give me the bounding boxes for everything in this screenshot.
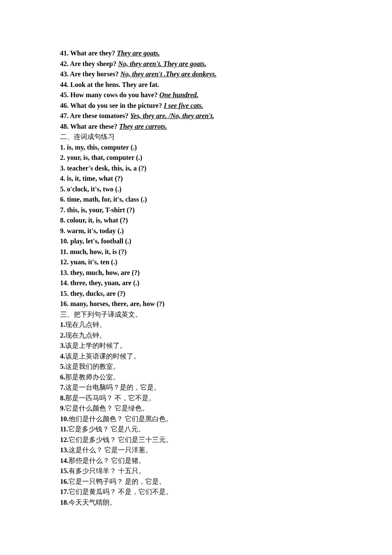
text-span: 他们是什么颜色？ 它们是黑白色。 [69, 415, 173, 422]
text-line: 二、连词成句练习 [60, 132, 341, 142]
text-span: They are carrots. [119, 123, 167, 130]
text-span: 现在九点钟。 [65, 332, 106, 339]
text-span: 18. [60, 499, 69, 506]
text-span: 它们是黄瓜吗？ 不是，它们不是。 [69, 488, 173, 495]
text-line: 4.该是上英语课的时候了。 [60, 351, 341, 362]
text-span: 这是一台电脑吗？是的，它是。 [65, 384, 161, 391]
text-span: 那是一匹马吗？ 不，它不是。 [65, 394, 156, 402]
text-span: 8. [60, 394, 65, 402]
text-span: 6. time, math, for, it's, class (.) [60, 196, 147, 203]
text-span: 5. [60, 363, 65, 370]
text-span: 那些是什么？ 它们是猪。 [69, 457, 145, 464]
text-span: 47. Are these tomatoes? [60, 112, 129, 119]
text-line: 9.它是什么颜色？ 它是绿色。 [60, 403, 341, 414]
text-span: 10. [60, 415, 69, 422]
text-span: One hundred. [159, 91, 199, 98]
text-span: 9. [60, 405, 65, 412]
text-span: 16. [60, 478, 69, 485]
text-span: 16. many, horses, there, are, how (?) [60, 300, 164, 307]
text-span: 有多少只绵羊？ 十五只。 [69, 467, 145, 474]
text-span: 46. What do you see in the picture? [60, 102, 162, 109]
text-line: 18.今天天气晴朗。 [60, 497, 341, 508]
text-span: 12. [60, 436, 69, 443]
text-span: 13. they, much, how, are (?) [60, 269, 140, 276]
text-span: 它是一只鸭子吗？ 是的，它是。 [69, 478, 166, 485]
text-line: 2. your, is, that, computer (.) [60, 153, 341, 163]
text-line: 11.它是多少钱？ 它是八元。 [60, 424, 341, 435]
text-span: 该是上英语课的时候了。 [65, 353, 140, 360]
text-line: 6. time, math, for, it's, class (.) [60, 194, 341, 205]
text-line: 12. yuan, it's, ten (.) [60, 257, 341, 268]
text-span: 4. is, it, time, what (?) [60, 175, 123, 182]
text-line: 9. warm, it's, today (.) [60, 226, 341, 237]
text-line: 6.那是教师办公室。 [60, 372, 341, 383]
text-line: 46. What do you see in the picture? I se… [60, 101, 341, 111]
text-span: 它是什么颜色？ 它是绿色。 [65, 405, 149, 412]
text-span: 48. What are these? [60, 123, 119, 130]
text-span: 今天天气晴朗。 [69, 499, 116, 506]
text-span: 43. Are they horses? [60, 70, 118, 78]
text-span: 44. Look at the hens. They are fat. [60, 81, 159, 88]
text-span: 11. much, how, it, is (?) [60, 248, 127, 255]
text-span: 那是教师办公室。 [65, 373, 120, 381]
text-span: 该是上学的时候了。 [65, 342, 127, 349]
text-line: 42. Are they sheep? No, they aren't. The… [60, 59, 341, 69]
text-line: 7.这是一台电脑吗？是的，它是。 [60, 382, 341, 393]
text-line: 15.有多少只绵羊？ 十五只。 [60, 466, 341, 477]
text-span: 3. [60, 342, 65, 349]
text-span: 3. teacher's desk, this, is, a (?) [60, 165, 147, 172]
text-line: 48. What are these? They are carrots. [60, 121, 341, 132]
text-span: 6. [60, 373, 65, 381]
text-line: 17.它们是黄瓜吗？ 不是，它们不是。 [60, 487, 341, 497]
text-span: 14. three, they, yuan, are (.) [60, 279, 139, 286]
text-span: 2. [60, 332, 65, 339]
text-line: 8. colour, it, is, what (?) [60, 215, 341, 226]
text-line: 1.现在几点钟。 [60, 320, 341, 330]
text-span: 9. warm, it's, today (.) [60, 227, 124, 234]
text-span: Yes, they are. /No, they aren't. [130, 112, 214, 119]
text-line: 10. play, let's, football (.) [60, 236, 341, 247]
text-span: 15. [60, 467, 69, 474]
text-line: 43. Are they horses? No, they aren't .Th… [60, 69, 341, 80]
text-line: 10.他们是什么颜色？ 它们是黑白色。 [60, 414, 341, 425]
text-span: 7. [60, 384, 65, 391]
text-span: I see five cats. [164, 102, 203, 109]
text-span: 这是我们的教室。 [65, 363, 120, 370]
text-span: 1. is, my, this, computer (.) [60, 144, 137, 151]
text-line: 14. three, they, yuan, are (.) [60, 278, 341, 289]
text-span: 10. play, let's, football (.) [60, 237, 131, 245]
text-line: 5. o'clock, it's, two (.) [60, 184, 341, 195]
text-line: 16. many, horses, there, are, how (?) [60, 299, 341, 309]
text-span: 45. How many cows do you have? [60, 91, 158, 98]
text-span: 13. [60, 446, 69, 454]
text-span: 5. o'clock, it's, two (.) [60, 185, 121, 193]
text-span: 14. [60, 457, 69, 464]
text-span: 这是什么？ 它是一只洋葱。 [69, 446, 152, 454]
text-span: 12. yuan, it's, ten (.) [60, 258, 117, 266]
text-line: 3.该是上学的时候了。 [60, 341, 341, 351]
document-page: 41. What are they? They are goats. 42. A… [0, 0, 392, 555]
text-span: 1. [60, 321, 65, 328]
text-span: They are goats. [117, 49, 160, 57]
text-line: 16.它是一只鸭子吗？ 是的，它是。 [60, 477, 341, 487]
text-line: 41. What are they? They are goats. [60, 48, 341, 59]
text-line: 13.这是什么？ 它是一只洋葱。 [60, 445, 341, 456]
text-line: 3. teacher's desk, this, is, a (?) [60, 163, 341, 174]
text-line: 14.那些是什么？ 它们是猪。 [60, 456, 341, 466]
text-line: 13. they, much, how, are (?) [60, 268, 341, 278]
text-span: 7. this, is, your, T-shirt (?) [60, 206, 135, 214]
text-line: 1. is, my, this, computer (.) [60, 142, 341, 153]
text-span: 三、把下列句子译成英文。 [60, 311, 142, 318]
text-line: 4. is, it, time, what (?) [60, 173, 341, 184]
text-line: 12.它们是多少钱？ 它们是三十三元。 [60, 435, 341, 445]
text-span: 41. What are they? [60, 49, 115, 57]
text-line: 三、把下列句子译成英文。 [60, 309, 341, 320]
text-span: 现在几点钟。 [65, 321, 106, 328]
text-line: 11. much, how, it, is (?) [60, 247, 341, 257]
text-line: 2.现在九点钟。 [60, 330, 341, 341]
text-line: 45. How many cows do you have? One hundr… [60, 90, 341, 101]
text-line: 44. Look at the hens. They are fat. [60, 80, 341, 90]
text-line: 8.那是一匹马吗？ 不，它不是。 [60, 393, 341, 404]
text-span: 15. they, ducks, are (?) [60, 290, 125, 297]
text-line: 7. this, is, your, T-shirt (?) [60, 205, 341, 216]
